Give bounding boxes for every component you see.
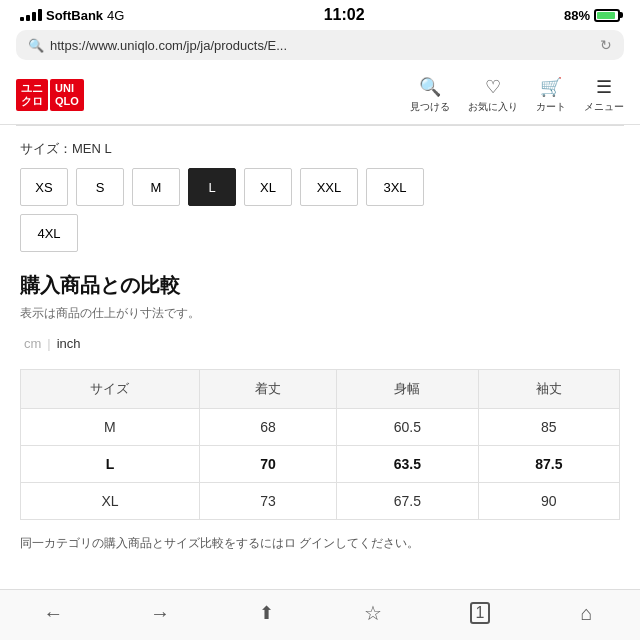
row-xl-col1: 73 <box>199 483 336 520</box>
size-buttons: XS S M L XL XXL 3XL <box>20 168 620 206</box>
size-buttons-2: 4XL <box>20 214 620 252</box>
bookmark-icon: ☆ <box>364 601 382 625</box>
cart-icon: 🛒 <box>540 76 562 98</box>
nav-favorites[interactable]: ♡ お気に入り <box>468 76 518 114</box>
col-sleeve: 袖丈 <box>478 370 619 409</box>
size-label: サイズ：MEN L <box>20 140 620 158</box>
col-width: 身幅 <box>337 370 478 409</box>
row-l-col1: 70 <box>199 446 336 483</box>
size-table: サイズ 着丈 身幅 袖丈 M 68 60.5 85 L 70 63.5 87.5… <box>20 369 620 520</box>
size-btn-s[interactable]: S <box>76 168 124 206</box>
size-btn-xxl[interactable]: XXL <box>300 168 358 206</box>
row-m-col1: 68 <box>199 409 336 446</box>
row-m-col2: 60.5 <box>337 409 478 446</box>
battery-percent: 88% <box>564 8 590 23</box>
row-xl-size: XL <box>21 483 200 520</box>
reload-icon[interactable]: ↻ <box>600 37 612 53</box>
unit-inch-button[interactable]: inch <box>53 334 85 353</box>
table-row: XL 73 67.5 90 <box>21 483 620 520</box>
nav-icons: 🔍 見つける ♡ お気に入り 🛒 カート ☰ メニュー <box>410 76 624 114</box>
back-icon: ← <box>43 602 63 625</box>
status-left: SoftBank 4G <box>20 8 124 23</box>
note-text: 同一カテゴリの購入商品とサイズ比較をするにはロ グインしてください。 <box>20 534 620 552</box>
section-title: 購入商品との比較 <box>20 272 620 299</box>
carrier-label: SoftBank <box>46 8 103 23</box>
home-icon: ⌂ <box>581 602 593 625</box>
row-xl-col2: 67.5 <box>337 483 478 520</box>
nav-cart[interactable]: 🛒 カート <box>536 76 566 114</box>
size-btn-3xl[interactable]: 3XL <box>366 168 424 206</box>
size-btn-l[interactable]: L <box>188 168 236 206</box>
table-row: M 68 60.5 85 <box>21 409 620 446</box>
battery-icon <box>594 9 620 22</box>
section-subtitle: 表示は商品の仕上がり寸法です。 <box>20 305 620 322</box>
row-m-col3: 85 <box>478 409 619 446</box>
nav-search[interactable]: 🔍 見つける <box>410 76 450 114</box>
row-l-col3: 87.5 <box>478 446 619 483</box>
logo-box-2: UNIQLO <box>50 79 84 111</box>
forward-icon: → <box>150 602 170 625</box>
nav-search-label: 見つける <box>410 100 450 114</box>
row-m-size: M <box>21 409 200 446</box>
nav-cart-label: カート <box>536 100 566 114</box>
status-bar: SoftBank 4G 11:02 88% <box>0 0 640 30</box>
back-button[interactable]: ← <box>33 598 73 628</box>
search-icon: 🔍 <box>28 38 44 53</box>
address-bar[interactable]: 🔍 https://www.uniqlo.com/jp/ja/products/… <box>16 30 624 60</box>
nav-menu-label: メニュー <box>584 100 624 114</box>
table-header-row: サイズ 着丈 身幅 袖丈 <box>21 370 620 409</box>
search-icon: 🔍 <box>419 76 441 98</box>
share-button[interactable]: ⬆ <box>247 598 287 628</box>
size-btn-xs[interactable]: XS <box>20 168 68 206</box>
nav-favorites-label: お気に入り <box>468 100 518 114</box>
home-button[interactable]: ⌂ <box>567 598 607 628</box>
col-length: 着丈 <box>199 370 336 409</box>
bottom-nav: ← → ⬆ ☆ 1 ⌂ <box>0 589 640 640</box>
status-right: 88% <box>564 8 620 23</box>
unit-separator: | <box>47 336 50 351</box>
size-btn-xl[interactable]: XL <box>244 168 292 206</box>
heart-icon: ♡ <box>485 76 501 98</box>
tabs-icon: 1 <box>470 602 491 624</box>
row-l-size: L <box>21 446 200 483</box>
network-label: 4G <box>107 8 124 23</box>
size-btn-m[interactable]: M <box>132 168 180 206</box>
main-content: サイズ：MEN L XS S M L XL XXL 3XL 4XL 購入商品との… <box>0 126 640 566</box>
row-xl-col3: 90 <box>478 483 619 520</box>
tabs-button[interactable]: 1 <box>460 598 500 628</box>
clock: 11:02 <box>324 6 365 24</box>
share-icon: ⬆ <box>259 602 274 624</box>
signal-icon <box>20 9 42 21</box>
nav-menu[interactable]: ☰ メニュー <box>584 76 624 114</box>
menu-icon: ☰ <box>596 76 612 98</box>
site-header: ユニクロ UNIQLO 🔍 見つける ♡ お気に入り 🛒 カート ☰ メニュー <box>0 68 640 125</box>
forward-button[interactable]: → <box>140 598 180 628</box>
table-row-highlighted: L 70 63.5 87.5 <box>21 446 620 483</box>
logo-box-1: ユニクロ <box>16 79 48 111</box>
row-l-col2: 63.5 <box>337 446 478 483</box>
bookmark-button[interactable]: ☆ <box>353 598 393 628</box>
logo[interactable]: ユニクロ UNIQLO <box>16 79 84 111</box>
url-text: https://www.uniqlo.com/jp/ja/products/E.… <box>50 38 594 53</box>
size-btn-4xl[interactable]: 4XL <box>20 214 78 252</box>
col-size: サイズ <box>21 370 200 409</box>
unit-cm-button[interactable]: cm <box>20 334 45 353</box>
unit-toggle: cm | inch <box>20 334 620 353</box>
